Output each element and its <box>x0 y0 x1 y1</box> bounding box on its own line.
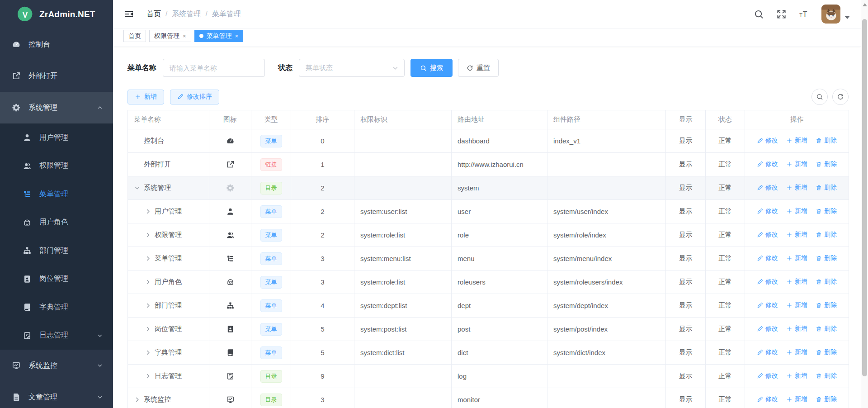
visible-cell: 显示 <box>666 294 706 318</box>
sidebar-item-log[interactable]: 日志管理 <box>0 322 113 350</box>
row-edit-link[interactable]: 修改 <box>757 395 778 403</box>
menu-type-cell: 目录 <box>251 176 291 200</box>
row-plus-link[interactable]: 新增 <box>786 207 807 215</box>
user-icon <box>23 133 32 142</box>
menu-icon-cell <box>209 129 251 153</box>
scroll-up-icon[interactable] <box>863 3 867 6</box>
row-edit-link[interactable]: 修改 <box>757 137 778 145</box>
menu-table: 菜单名称图标类型排序权限标识路由地址组件路径显示状态操作控制台菜单0dashbo… <box>127 110 849 408</box>
fullscreen-icon[interactable] <box>776 9 787 19</box>
tree-caret-down-icon[interactable] <box>134 185 141 191</box>
sidebar-item-roleusers[interactable]: 用户角色 <box>0 209 113 237</box>
row-trash-link[interactable]: 删除 <box>816 160 837 168</box>
breadcrumb-item: 系统管理 <box>172 9 201 19</box>
row-plus-link[interactable]: 新增 <box>786 395 807 403</box>
row-edit-link[interactable]: 修改 <box>757 278 778 286</box>
row-plus-link[interactable]: 新增 <box>786 348 807 356</box>
menu-icon-cell <box>209 153 251 176</box>
sidebar-item-user[interactable]: 用户管理 <box>0 123 113 152</box>
tree-caret-right-icon[interactable] <box>145 255 151 262</box>
tab-close-icon[interactable]: × <box>183 33 186 39</box>
sidebar-item-post[interactable]: 岗位管理 <box>0 265 113 294</box>
page-scrollbar[interactable] <box>861 0 868 408</box>
row-trash-link[interactable]: 删除 <box>816 137 837 145</box>
status-select[interactable]: 菜单状态 <box>299 59 405 77</box>
row-trash-link[interactable]: 删除 <box>816 372 837 380</box>
row-trash-link[interactable]: 删除 <box>816 184 837 192</box>
row-edit-link[interactable]: 修改 <box>757 184 778 192</box>
column-header: 显示 <box>666 110 706 129</box>
sort-edit-button[interactable]: 修改排序 <box>170 90 219 104</box>
tree-caret-right-icon[interactable] <box>145 349 151 356</box>
toggle-search-button[interactable] <box>811 89 828 105</box>
log-icon <box>23 331 32 340</box>
tree-caret-right-icon[interactable] <box>145 373 151 380</box>
row-trash-link[interactable]: 删除 <box>816 348 837 356</box>
row-plus-link[interactable]: 新增 <box>786 372 807 380</box>
sidebar-item-dept[interactable]: 部门管理 <box>0 237 113 265</box>
row-trash-link[interactable]: 删除 <box>816 207 837 215</box>
breadcrumb-item[interactable]: 首页 <box>146 9 161 19</box>
sidebar-item-monitor[interactable]: 系统监控 <box>0 350 113 381</box>
row-plus-link[interactable]: 新增 <box>786 137 807 145</box>
sidebar-item-external[interactable]: 外部打开 <box>0 60 113 92</box>
row-plus-link[interactable]: 新增 <box>786 278 807 286</box>
row-edit-link[interactable]: 修改 <box>757 231 778 239</box>
row-plus-link[interactable]: 新增 <box>786 231 807 239</box>
row-plus-link[interactable]: 新增 <box>786 301 807 309</box>
scrollbar-thumb[interactable] <box>862 19 867 376</box>
tab-首页[interactable]: 首页 <box>123 30 146 42</box>
sidebar-item-dict[interactable]: 字典管理 <box>0 293 113 322</box>
sidebar-fold-icon[interactable] <box>123 9 134 19</box>
row-edit-link[interactable]: 修改 <box>757 372 778 380</box>
avatar[interactable] <box>821 5 840 24</box>
table-row: 系统管理目录2system显示正常修改新增删除 <box>128 176 849 200</box>
row-edit-link[interactable]: 修改 <box>757 207 778 215</box>
font-size-icon[interactable]: TT <box>799 9 809 19</box>
row-trash-link[interactable]: 删除 <box>816 395 837 403</box>
tree-caret-right-icon[interactable] <box>145 326 151 332</box>
tab-close-icon[interactable]: × <box>235 33 239 39</box>
sidebar-item-dashboard[interactable]: 控制台 <box>0 28 113 60</box>
tab-权限管理[interactable]: 权限管理× <box>149 30 191 42</box>
row-plus-link[interactable]: 新增 <box>786 184 807 192</box>
menu-name-input[interactable] <box>163 59 265 77</box>
sidebar-item-menu[interactable]: 菜单管理 <box>0 180 113 209</box>
tree-caret-right-icon[interactable] <box>145 279 151 285</box>
row-edit-link[interactable]: 修改 <box>757 301 778 309</box>
tree-caret-right-icon[interactable] <box>145 302 151 309</box>
header-search-icon[interactable] <box>754 9 764 19</box>
row-edit-link[interactable]: 修改 <box>757 254 778 262</box>
sidebar-item-role[interactable]: 权限管理 <box>0 152 113 180</box>
row-trash-link[interactable]: 删除 <box>816 254 837 262</box>
add-button[interactable]: 新增 <box>127 90 164 104</box>
row-plus-link[interactable]: 新增 <box>786 160 807 168</box>
table-row: 系统监控目录3monitor显示正常修改新增删除 <box>128 388 849 408</box>
row-edit-link[interactable]: 修改 <box>757 160 778 168</box>
reset-button[interactable]: 重置 <box>458 59 499 77</box>
row-trash-link[interactable]: 删除 <box>816 231 837 239</box>
menu-name-cell: 控制台 <box>128 137 209 145</box>
logo[interactable]: V ZrAdmin.NET <box>0 0 113 28</box>
refresh-button[interactable] <box>832 89 849 105</box>
row-edit-link[interactable]: 修改 <box>757 325 778 333</box>
row-trash-link[interactable]: 删除 <box>816 278 837 286</box>
actions-cell: 修改新增删除 <box>745 318 849 341</box>
tab-菜单管理[interactable]: 菜单管理× <box>194 30 244 42</box>
chevron-down-icon <box>97 362 103 369</box>
search-button[interactable]: 搜索 <box>410 59 453 77</box>
sidebar-item-article[interactable]: 文章管理 <box>0 381 113 408</box>
perms-cell <box>354 365 452 388</box>
type-tag: 菜单 <box>260 323 282 336</box>
row-trash-link[interactable]: 删除 <box>816 301 837 309</box>
row-plus-link[interactable]: 新增 <box>786 254 807 262</box>
tree-caret-right-icon[interactable] <box>145 232 151 238</box>
row-plus-link[interactable]: 新增 <box>786 325 807 333</box>
row-trash-link[interactable]: 删除 <box>816 325 837 333</box>
tree-caret-right-icon[interactable] <box>145 208 151 215</box>
row-edit-link[interactable]: 修改 <box>757 348 778 356</box>
tree-caret-right-icon[interactable] <box>134 396 141 403</box>
user-menu[interactable] <box>821 5 850 24</box>
menu-name: 部门管理 <box>155 301 182 310</box>
sidebar-item-system[interactable]: 系统管理 <box>0 92 113 123</box>
